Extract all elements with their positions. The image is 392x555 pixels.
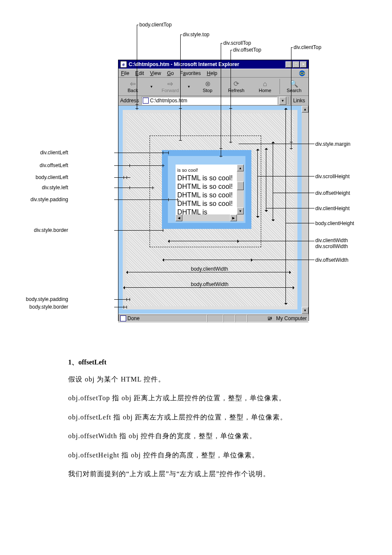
back-button[interactable]: ⇦Back [118, 81, 147, 93]
label-div-clientLeft: div.clientLeft [40, 150, 68, 156]
label-div-scrollWidth: div.scrollWidth [315, 243, 348, 249]
ie-logo-icon [298, 69, 306, 77]
doc-icon [120, 315, 126, 321]
menu-file[interactable]: File [121, 70, 129, 76]
label-body-clientLeft: body.clientLeft [36, 174, 69, 180]
label-div-clientWidth: div.clientWidth [315, 237, 348, 243]
scroll-right-icon[interactable]: ▶ [230, 214, 237, 221]
section-heading: 1、offsetLeft [68, 358, 324, 367]
scroll-up-icon[interactable]: ▲ [237, 165, 244, 171]
scroll-thumb[interactable] [237, 182, 244, 190]
zone-label: My Computer [276, 315, 307, 321]
scroll-down-icon[interactable]: ▼ [302, 307, 308, 314]
label-div-offsetWidth: div.offsetWidth [315, 257, 349, 263]
links-label[interactable]: Links [290, 96, 308, 105]
paragraph: 我们对前面提到的“上方或上层”与“左方或上层”控件作个说明。 [68, 469, 324, 479]
label-div-clientTop: div.clientTop [294, 44, 321, 50]
content-text: is so cool!DHTML is so cool! DHTML is so… [176, 165, 244, 216]
paragraph: obj.offsetTop 指 obj 距离上方或上层控件的位置，整型，单位像素… [68, 393, 324, 403]
div-border-region: is so cool!DHTML is so cool! DHTML is so… [162, 150, 251, 229]
menu-favorites[interactable]: Favorites [180, 70, 201, 76]
label-div-style-padding: div.style.padding [31, 197, 69, 202]
div-padding-region: is so cool!DHTML is so cool! DHTML is so… [168, 156, 245, 223]
explorer-icon: e [120, 61, 127, 68]
home-button[interactable]: ⌂Home [251, 81, 279, 93]
scroll-up-icon[interactable]: ▲ [302, 106, 308, 113]
label-div-style-top: div.style.top [183, 32, 209, 38]
stop-button[interactable]: ⊗Stop [193, 81, 222, 93]
label-body-style-border: body.style.border [29, 304, 68, 310]
label-div-offsetTop: div.offsetTop [233, 47, 261, 53]
toolbar: ⇦Back ▼ ⇨Forward ▼ ⊗Stop ⟳Refresh ⌂Home … [118, 77, 308, 95]
label-body-clientTop: body.clientTop [139, 22, 172, 28]
label-div-style-margin: div.style.margin [315, 141, 350, 147]
label-body-offsetWidth: body.offsetWidth [191, 281, 228, 287]
inner-vertical-scrollbar[interactable]: ▲ ▼ [237, 165, 244, 214]
search-button[interactable]: 🔍Search [280, 81, 308, 93]
window-title: C:\dhtmlpos.htm - Microsoft Internet Exp… [129, 61, 285, 67]
status-text: Done [127, 315, 140, 321]
label-div-style-border: div.style.border [34, 227, 68, 233]
menu-view[interactable]: View [150, 70, 161, 76]
status-bar: Done 🖳 My Computer [118, 314, 308, 323]
label-div-clientHeight: div.clientHeight [315, 205, 349, 211]
div-content: is so cool!DHTML is so cool! DHTML is so… [176, 165, 244, 221]
scroll-left-icon[interactable]: ◀ [176, 214, 182, 221]
scroll-down-icon[interactable]: ▼ [237, 208, 244, 214]
paragraph: obj.offsetLeft 指 obj 距离左方或上层控件的位置，整型，单位像… [68, 413, 324, 422]
close-button[interactable]: × [300, 61, 307, 68]
label-body-style-padding: body.style.padding [26, 296, 68, 302]
doc-icon [143, 98, 149, 104]
label-div-scrollHeight: div.scrollHeight [315, 173, 349, 179]
label-div-style-left: div.style.left [42, 185, 68, 191]
computer-icon: 🖳 [267, 315, 272, 321]
label-body-clientHeight: body.clientHeight [315, 220, 354, 226]
menu-go[interactable]: Go [167, 70, 174, 76]
inner-horizontal-scrollbar[interactable]: ◀ ▶ [176, 214, 244, 221]
paragraph: obj.offsetWidth 指 obj 控件自身的宽度，整型，单位像素。 [68, 431, 324, 441]
viewport-vertical-scrollbar[interactable]: ▲ ▼ [302, 106, 308, 314]
paragraph: obj.offsetHeight 指 obj 控件自身的高度，整型，单位像素。 [68, 451, 324, 460]
label-div-offsetHeight: div.offsetHeight [315, 190, 350, 196]
address-dropdown[interactable]: ▼ [279, 97, 286, 105]
maximize-button[interactable]: □ [293, 61, 300, 68]
address-input[interactable]: C:\dhtmlpos.htm [141, 97, 277, 105]
body-padding-region: is so cool!DHTML is so cool! DHTML is so… [126, 113, 294, 306]
label-div-scrollTop: div.scrollTop [223, 40, 251, 46]
paragraph: 假设 obj 为某个 HTML 控件。 [68, 375, 324, 384]
refresh-button[interactable]: ⟳Refresh [222, 81, 251, 93]
menu-help[interactable]: Help [207, 70, 217, 76]
menu-bar: File Edit View Go Favorites Help [118, 69, 308, 77]
address-bar: Address C:\dhtmlpos.htm ▼ Links [118, 95, 308, 105]
label-body-clientWidth: body.clientWidth [191, 266, 228, 272]
window-titlebar: e C:\dhtmlpos.htm - Microsoft Internet E… [118, 60, 308, 69]
label-div-offsetLeft: div.offsetLeft [40, 162, 68, 168]
dhtml-positioning-diagram: e C:\dhtmlpos.htm - Microsoft Internet E… [43, 17, 349, 341]
